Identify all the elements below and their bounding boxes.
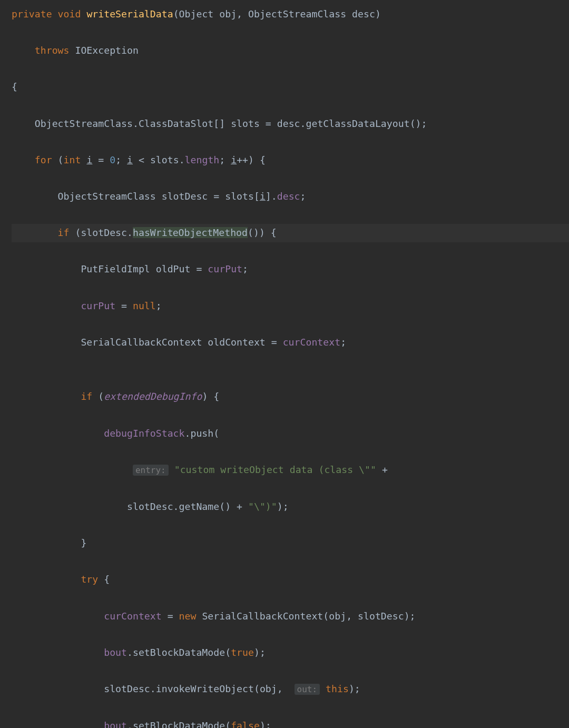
keyword-for: for — [35, 154, 52, 165]
brace-open: { — [260, 154, 266, 165]
type-osc: ObjectStreamClass — [58, 191, 156, 202]
var-i: i — [260, 191, 266, 202]
local-slotdesc: slotDesc — [162, 191, 208, 202]
keyword-int: int — [64, 154, 81, 165]
code-line: SerialCallbackContext oldContext = curCo… — [12, 333, 569, 352]
code-line: throws IOException — [12, 42, 569, 60]
code-line: try { — [12, 570, 569, 589]
param-obj: obj — [219, 8, 237, 19]
selection: hasWrit — [133, 227, 173, 238]
code-line: curContext = new SerialCallbackContext(o… — [12, 607, 569, 626]
brace-close: } — [81, 537, 86, 548]
field-extendeddebuginfo: extendedDebugInfo — [104, 391, 202, 402]
call-setblockdatamode: setBlockDataMode — [133, 647, 225, 658]
var-i: i — [86, 154, 92, 165]
type-ioexception: IOException — [75, 45, 138, 56]
field-debuginfostack: debugInfoStack — [104, 428, 184, 439]
code-line: ObjectStreamClass slotDesc = slots[i].de… — [12, 188, 569, 206]
code-line: for (int i = 0; i < slots.length; i++) { — [12, 151, 569, 170]
code-line-highlighted: if (slotDesc.hasWriteObjectMethod()) { — [12, 224, 569, 242]
type-object: Object — [179, 8, 214, 19]
local-slots: slots — [231, 118, 260, 129]
code-line: if (extendedDebugInfo) { — [12, 388, 569, 406]
type-scc: SerialCallbackContext — [81, 337, 202, 348]
field-curput: curPut — [81, 300, 115, 311]
ref-slots: slots — [225, 191, 254, 202]
inlay-hint-entry: entry: — [133, 465, 169, 476]
keyword-this: this — [326, 683, 349, 694]
keyword-null: null — [133, 300, 156, 311]
keyword-private: private — [12, 8, 52, 19]
ref-desc: desc — [277, 118, 300, 129]
type-osc: ObjectStreamClass — [248, 8, 346, 19]
code-line: bout.setBlockDataMode(false); — [12, 717, 569, 728]
call-getclassdatalayout: getClassDataLayout — [306, 118, 410, 129]
string-literal: "custom writeObject data (class \"" — [174, 464, 376, 475]
call-getname: getName — [179, 501, 220, 512]
field-length: length — [185, 154, 220, 165]
keyword-new: new — [179, 611, 197, 622]
brace-open: { — [104, 574, 110, 585]
keyword-false: false — [231, 720, 260, 728]
field-curcontext: curContext — [283, 337, 341, 348]
field-bout: bout — [104, 647, 127, 658]
code-line: debugInfoStack.push( — [12, 425, 569, 443]
code-line: bout.setBlockDataMode(true); — [12, 644, 569, 662]
var-i: i — [231, 154, 237, 165]
local-oldcontext: oldContext — [208, 337, 266, 348]
type-classdataslot: ClassDataSlot — [139, 118, 213, 129]
keyword-true: true — [231, 647, 254, 658]
field-desc: desc — [277, 191, 300, 202]
ref-slotdesc: slotDesc — [358, 611, 404, 622]
keyword-void: void — [58, 8, 81, 19]
code-line: curPut = null; — [12, 297, 569, 316]
number-zero: 0 — [110, 154, 115, 165]
keyword-try: try — [81, 574, 98, 585]
op-plusplus: ++ — [237, 154, 248, 165]
brace-open: { — [213, 391, 219, 402]
code-line: entry: "custom writeObject data (class \… — [12, 461, 569, 480]
keyword-if: if — [58, 227, 70, 238]
code-line: slotDesc.invokeWriteObject(obj, out: thi… — [12, 680, 569, 699]
ref-slotdesc: slotDesc — [81, 227, 127, 238]
field-curcontext: curContext — [104, 611, 162, 622]
type-scc: SerialCallbackContext — [202, 611, 323, 622]
code-line: ObjectStreamClass.ClassDataSlot[] slots … — [12, 115, 569, 133]
call-setblockdatamode: setBlockDataMode — [133, 720, 225, 728]
var-i: i — [127, 154, 133, 165]
call-part1: hasWrit — [133, 227, 173, 238]
field-curput: curPut — [208, 263, 242, 274]
local-oldput: oldPut — [156, 263, 191, 274]
call-push: push — [190, 428, 213, 439]
method-name: writeSerialData — [86, 8, 173, 19]
op-plus: + — [382, 464, 388, 475]
ref-obj: obj — [260, 683, 277, 694]
code-line: { — [12, 78, 569, 96]
code-line: } — [12, 534, 569, 553]
code-editor[interactable]: private void writeSerialData(Object obj,… — [0, 0, 569, 728]
ref-slots: slots — [150, 154, 179, 165]
call-part2: eObjectMethod — [173, 227, 248, 238]
brace-open: { — [12, 81, 17, 92]
op-plus: + — [237, 501, 242, 512]
ref-slotdesc: slotDesc — [127, 501, 173, 512]
call-invokewriteobject: invokeWriteObject — [156, 683, 254, 694]
string-literal: "\")" — [248, 501, 277, 512]
field-bout: bout — [104, 720, 127, 728]
type-osc: ObjectStreamClass — [35, 118, 133, 129]
selection: eObjectMethod — [173, 227, 248, 238]
code-line: slotDesc.getName() + "\")"); — [12, 498, 569, 516]
inlay-hint-out: out: — [295, 684, 320, 695]
ref-slotdesc: slotDesc — [104, 683, 150, 694]
param-desc: desc — [352, 8, 375, 19]
ref-obj: obj — [329, 611, 346, 622]
keyword-throws: throws — [35, 45, 70, 56]
code-line: private void writeSerialData(Object obj,… — [12, 5, 569, 24]
keyword-if: if — [81, 391, 92, 402]
type-putfieldimpl: PutFieldImpl — [81, 263, 150, 274]
code-line: PutFieldImpl oldPut = curPut; — [12, 260, 569, 279]
brace-open: { — [271, 227, 277, 238]
